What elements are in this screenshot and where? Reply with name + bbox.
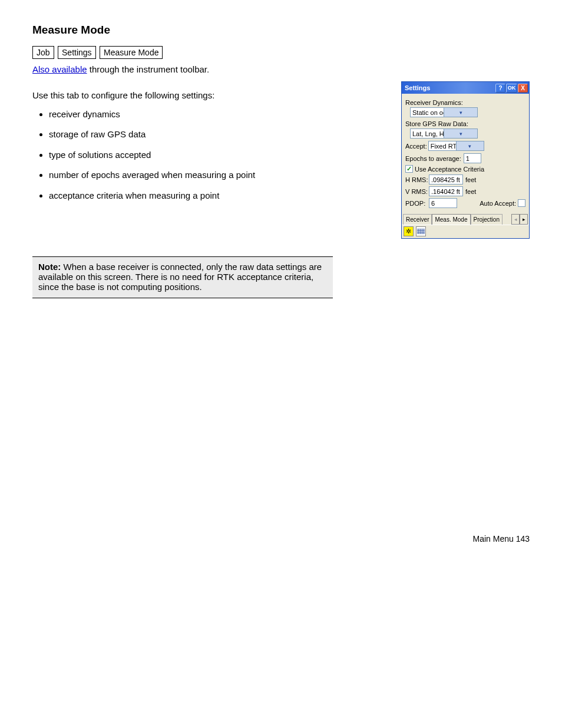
tab-scroll-left[interactable]: ◂ (511, 214, 520, 225)
epochs-value: 1 (466, 155, 470, 162)
chevron-down-icon[interactable]: ▾ (456, 141, 484, 150)
tab-receiver[interactable]: Receiver (403, 214, 432, 225)
list-item: receiver dynamics (49, 108, 389, 121)
list-item: storage of raw GPS data (49, 128, 389, 141)
receiver-dynamics-select[interactable]: Static on occupy ▾ (410, 107, 478, 117)
tab-scroll-right[interactable]: ▸ (520, 214, 528, 225)
dialog-title: Settings (405, 84, 495, 91)
settings-bullet-list: receiver dynamics storage of raw GPS dat… (32, 108, 389, 203)
intro-text: Use this tab to configure the following … (32, 90, 389, 101)
also-available-line: Also available through the instrument to… (32, 64, 530, 75)
accept-select[interactable]: Fixed RTK only ▾ (428, 141, 484, 151)
tab-projection[interactable]: Projection (471, 214, 503, 225)
vrms-value: .164042 ft (431, 188, 460, 195)
epochs-label: Epochs to average: (405, 155, 461, 162)
store-gps-select[interactable]: Lat, Lng, Ht (EP) ▾ (410, 129, 478, 139)
pdop-label: PDOP: (405, 200, 429, 207)
hrms-input[interactable]: .098425 ft (429, 174, 463, 185)
store-gps-value: Lat, Lng, Ht (EP) (411, 130, 444, 137)
use-acceptance-checkbox[interactable] (405, 165, 413, 173)
page-footer: Main Menu 143 (32, 534, 530, 543)
also-available-link[interactable]: Also available (32, 64, 87, 74)
tab-bar: Receiver Meas. Mode Projection ◂ ▸ (402, 214, 529, 225)
list-item: number of epochs averaged when measuring… (49, 169, 389, 182)
auto-accept-checkbox[interactable] (518, 199, 525, 207)
chevron-down-icon[interactable]: ▾ (444, 129, 477, 138)
hrms-unit: feet (465, 176, 476, 183)
vrms-unit: feet (465, 188, 476, 195)
ok-button[interactable]: OK (506, 84, 517, 93)
chevron-down-icon[interactable]: ▾ (444, 108, 477, 117)
epochs-input[interactable]: 1 (464, 153, 481, 163)
auto-accept-label: Auto Accept: (480, 200, 516, 207)
hrms-value: .098425 ft (431, 176, 460, 183)
accept-value: Fixed RTK only (429, 143, 456, 150)
section-title: Measure Mode (32, 24, 530, 37)
crumb-settings[interactable]: Settings (58, 46, 96, 59)
note-block: Note: When a base receiver is connected,… (32, 256, 333, 298)
accept-label: Accept: (405, 143, 427, 150)
vrms-input[interactable]: .164042 ft (429, 186, 463, 196)
also-available-tail: through the instrument toolbar. (87, 64, 210, 74)
close-button[interactable]: X (518, 84, 528, 93)
list-item: acceptance criteria when measuring a poi… (49, 189, 389, 203)
tab-meas-mode[interactable]: Meas. Mode (432, 214, 470, 225)
note-text: When a base receiver is connected, only … (38, 262, 322, 292)
hrms-label: H RMS: (405, 176, 429, 183)
receiver-dynamics-value: Static on occupy (411, 109, 444, 116)
list-item: type of solutions accepted (49, 149, 389, 162)
use-acceptance-label: Use Acceptance Criteria (415, 166, 484, 173)
help-button[interactable]: ? (495, 84, 505, 93)
breadcrumb: Job Settings Measure Mode (32, 46, 530, 59)
pdop-value: 6 (431, 200, 435, 207)
settings-dialog: Settings ? OK X Receiver Dynamics: Stati… (401, 81, 530, 239)
crumb-job[interactable]: Job (32, 46, 54, 59)
keyboard-icon[interactable] (416, 226, 426, 236)
note-label: Note: (38, 262, 61, 272)
store-gps-label: Store GPS Raw Data: (405, 120, 525, 128)
receiver-dynamics-label: Receiver Dynamics: (405, 98, 525, 107)
dialog-toolbar: ✲ (402, 225, 529, 238)
dialog-titlebar: Settings ? OK X (402, 82, 529, 94)
vrms-label: V RMS: (405, 188, 429, 195)
star-icon[interactable]: ✲ (404, 226, 414, 236)
crumb-measure-mode[interactable]: Measure Mode (100, 46, 163, 59)
pdop-input[interactable]: 6 (429, 198, 457, 208)
